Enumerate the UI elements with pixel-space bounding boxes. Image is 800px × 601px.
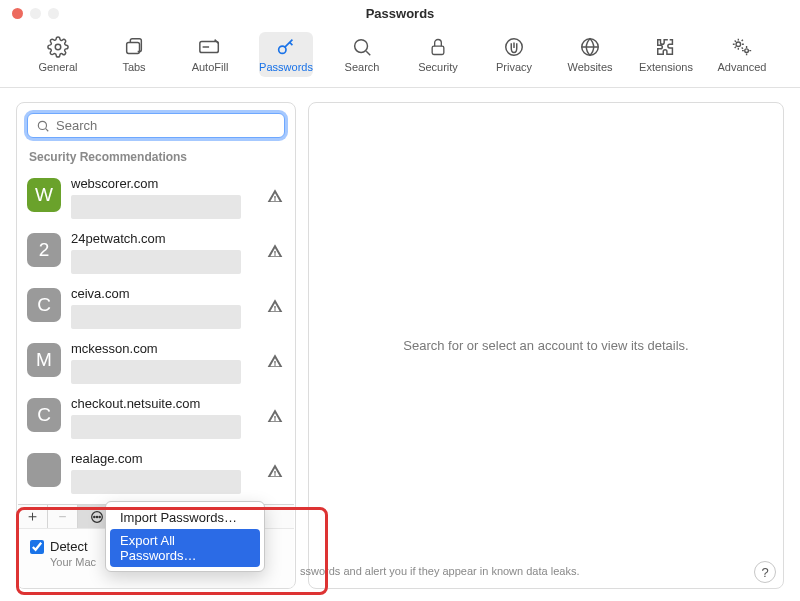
tab-security[interactable]: Security <box>411 32 465 77</box>
account-row[interactable]: 224petwatch.com <box>17 225 295 280</box>
zoom-window-button[interactable] <box>48 8 59 19</box>
account-username-redacted <box>71 360 241 384</box>
account-main: 24petwatch.com <box>71 231 257 274</box>
autofill-icon <box>197 36 223 58</box>
account-avatar: M <box>27 343 61 377</box>
svg-point-8 <box>736 42 741 47</box>
warning-icon <box>267 243 283 262</box>
account-avatar: C <box>27 288 61 322</box>
account-site: ceiva.com <box>71 286 257 301</box>
globe-icon <box>577 36 603 58</box>
search-field[interactable] <box>27 113 285 138</box>
warning-icon <box>267 353 283 372</box>
hand-icon <box>501 36 527 58</box>
account-row[interactable]: Wwebscorer.com <box>17 170 295 225</box>
svg-point-12 <box>93 516 94 517</box>
account-username-redacted <box>71 305 241 329</box>
section-header: Security Recommendations <box>17 146 295 170</box>
add-button[interactable]: ＋ <box>18 505 48 529</box>
window-controls <box>12 8 59 19</box>
detect-subtext-continued: sswords and alert you if they appear in … <box>300 565 579 577</box>
preferences-window: Passwords General Tabs AutoFill Password… <box>0 0 800 601</box>
svg-point-4 <box>355 40 368 53</box>
account-row[interactable]: Cceiva.com <box>17 280 295 335</box>
svg-point-14 <box>99 516 100 517</box>
tab-advanced[interactable]: Advanced <box>715 32 769 77</box>
account-main: webscorer.com <box>71 176 257 219</box>
account-site: 24petwatch.com <box>71 231 257 246</box>
search-icon <box>349 36 375 58</box>
account-site: webscorer.com <box>71 176 257 191</box>
detail-panel: Search for or select an account to view … <box>308 102 784 589</box>
account-row[interactable]: Mmckesson.com <box>17 335 295 390</box>
account-site: realage.com <box>71 451 257 466</box>
account-username-redacted <box>71 415 241 439</box>
tab-tabs[interactable]: Tabs <box>107 32 161 77</box>
help-button[interactable]: ? <box>754 561 776 583</box>
account-row[interactable]: Ccheckout.netsuite.com <box>17 390 295 445</box>
search-input[interactable] <box>56 118 276 133</box>
svg-rect-1 <box>127 42 140 53</box>
account-row[interactable]: realage.com <box>17 445 295 500</box>
accounts-panel: Security Recommendations Wwebscorer.com2… <box>16 102 296 589</box>
window-title: Passwords <box>10 6 790 21</box>
preferences-toolbar: General Tabs AutoFill Passwords Search <box>0 26 800 88</box>
detect-label: Detect <box>50 539 88 554</box>
tab-general[interactable]: General <box>31 32 85 77</box>
tab-autofill[interactable]: AutoFill <box>183 32 237 77</box>
tab-search[interactable]: Search <box>335 32 389 77</box>
account-username-redacted <box>71 195 241 219</box>
account-username-redacted <box>71 250 241 274</box>
warning-icon <box>267 188 283 207</box>
account-avatar: C <box>27 398 61 432</box>
svg-point-9 <box>745 49 749 53</box>
account-avatar: W <box>27 178 61 212</box>
svg-point-0 <box>55 44 61 50</box>
content-area: Security Recommendations Wwebscorer.com2… <box>0 88 800 601</box>
tab-passwords[interactable]: Passwords <box>259 32 313 77</box>
warning-icon <box>267 408 283 427</box>
account-avatar: 2 <box>27 233 61 267</box>
titlebar: Passwords <box>0 0 800 26</box>
lock-icon <box>425 36 451 58</box>
key-icon <box>273 36 299 58</box>
account-main: ceiva.com <box>71 286 257 329</box>
close-window-button[interactable] <box>12 8 23 19</box>
svg-point-13 <box>96 516 97 517</box>
ellipsis-icon <box>89 509 105 525</box>
tabs-icon <box>121 36 147 58</box>
detail-placeholder: Search for or select an account to view … <box>403 338 688 353</box>
account-main: realage.com <box>71 451 257 494</box>
minimize-window-button[interactable] <box>30 8 41 19</box>
warning-icon <box>267 463 283 482</box>
svg-point-10 <box>38 121 46 129</box>
search-icon <box>36 119 50 133</box>
puzzle-icon <box>653 36 679 58</box>
more-menu-popup: Import Passwords… Export All Passwords… <box>105 501 265 572</box>
account-username-redacted <box>71 470 241 494</box>
menu-import-passwords[interactable]: Import Passwords… <box>110 506 260 529</box>
svg-rect-5 <box>432 46 444 54</box>
account-main: checkout.netsuite.com <box>71 396 257 439</box>
detect-leaks-checkbox[interactable] <box>30 540 44 554</box>
tab-privacy[interactable]: Privacy <box>487 32 541 77</box>
account-avatar <box>27 453 61 487</box>
account-site: checkout.netsuite.com <box>71 396 257 411</box>
account-site: mckesson.com <box>71 341 257 356</box>
tab-extensions[interactable]: Extensions <box>639 32 693 77</box>
menu-export-all-passwords[interactable]: Export All Passwords… <box>110 529 260 567</box>
warning-icon <box>267 298 283 317</box>
tab-websites[interactable]: Websites <box>563 32 617 77</box>
remove-button: － <box>48 505 78 529</box>
gears-icon <box>729 36 755 58</box>
account-main: mckesson.com <box>71 341 257 384</box>
gear-icon <box>45 36 71 58</box>
